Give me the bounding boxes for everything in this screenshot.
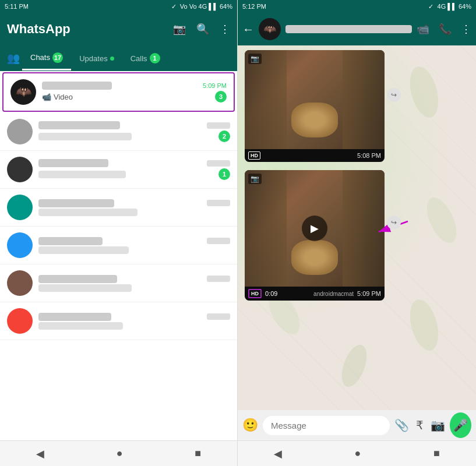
video-call-icon[interactable]: 📹: [417, 23, 429, 36]
name-5: [38, 237, 103, 245]
message-2: 📷 ▶ HD 0:09 androidmacmat 5:09 PM: [245, 170, 385, 301]
chat-header-actions: 📹 📞 ⋮: [417, 23, 471, 36]
bottom-row-3: 1: [38, 168, 230, 180]
recents-nav-right[interactable]: ■: [433, 447, 440, 460]
preview-7: [38, 322, 123, 330]
video-duration: 0:09: [265, 290, 277, 297]
curtain-left-1: [245, 50, 287, 149]
updates-dot: [110, 57, 114, 61]
tabs-bar: 👥 Chats 17 Updates Calls 1: [0, 45, 237, 71]
tab-chats[interactable]: Chats 17: [22, 47, 71, 70]
video-message-2[interactable]: 📷 ▶ HD 0:09 androidmacmat 5:09 PM: [245, 170, 385, 301]
batman-preview-text: Video: [54, 93, 73, 101]
dog-image-1: [291, 103, 338, 137]
chat-list: 5:09 PM 📹 Video 3: [0, 71, 237, 440]
back-nav-right[interactable]: ◀: [274, 447, 282, 460]
chat-item-2[interactable]: 2: [0, 113, 237, 151]
tab-updates-label: Updates: [79, 54, 107, 63]
recents-nav-left[interactable]: ■: [195, 447, 201, 460]
video-time-1: 5:08 PM: [357, 152, 381, 159]
batman-time: 5:09 PM: [203, 82, 227, 89]
curtain-left-2: [245, 170, 287, 287]
top-row-4: [38, 199, 230, 207]
messages-area: 📷 HD 5:08 PM ↪ 📷 ▶: [238, 45, 476, 410]
batman-avatar: [10, 79, 36, 105]
name-2: [38, 121, 120, 129]
chat-item-batman[interactable]: 5:09 PM 📹 Video 3: [2, 72, 235, 112]
input-bar: 🙂 📎 ₹ 📷 🎤: [238, 410, 476, 440]
left-status-bar: 5:11 PM ✓ Vo Vo 4G ▌▌ 64%: [0, 0, 237, 13]
more-header-icon[interactable]: ⋮: [220, 23, 230, 36]
chat-header-avatar: 🦇: [259, 18, 281, 40]
chat-content-3: 1: [38, 159, 230, 180]
voice-call-icon[interactable]: 📞: [439, 23, 452, 36]
tab-updates[interactable]: Updates: [71, 48, 122, 69]
left-nav-bar: ◀ ● ■: [0, 440, 237, 466]
emoji-button[interactable]: 🙂: [242, 418, 258, 433]
back-button[interactable]: ←: [242, 23, 254, 36]
camera-header-icon[interactable]: 📷: [173, 23, 186, 36]
avatar-3: [7, 157, 33, 182]
mic-icon: 🎤: [453, 418, 468, 432]
dog-image-2: [291, 240, 338, 275]
chat-item-6[interactable]: [0, 264, 237, 302]
forward-icon-2[interactable]: ↪: [387, 216, 401, 230]
home-nav-left[interactable]: ●: [117, 447, 123, 460]
avatar-6: [7, 270, 33, 296]
bottom-row-4: [38, 209, 230, 216]
camera-input-icon[interactable]: 📷: [431, 418, 445, 432]
avatar-5: [7, 232, 33, 258]
unread-2: 2: [218, 130, 230, 142]
chat-content-6: [38, 275, 230, 292]
chat-item-4[interactable]: [0, 189, 237, 227]
app-title: WhatsApp: [7, 22, 70, 37]
right-status-icons: ✓ 4G ▌▌ 64%: [428, 3, 471, 10]
hd-badge-2: HD: [248, 289, 262, 298]
preview-6: [38, 284, 132, 292]
chat-header: ← 🦇 📹 📞 ⋮: [238, 13, 476, 45]
hd-badge-1: HD: [248, 151, 260, 160]
top-row-2: [38, 121, 230, 129]
time-6: [207, 276, 230, 282]
play-button[interactable]: ▶: [302, 216, 327, 241]
chat-item-7[interactable]: [0, 302, 237, 340]
chat-content-4: [38, 199, 230, 216]
time-5: [207, 238, 230, 244]
forward-icon-1[interactable]: ↪: [387, 88, 401, 102]
attachment-icon[interactable]: 📎: [394, 418, 409, 432]
input-icons: 📎 ₹ 📷: [394, 418, 445, 432]
chat-content-5: [38, 237, 230, 254]
video-sender: androidmacmat: [281, 291, 354, 297]
batman-name: [42, 82, 112, 90]
video-message-1[interactable]: 📷 HD 5:08 PM: [245, 50, 385, 162]
preview-5: [38, 246, 129, 254]
video-thumb-1: 📷: [245, 50, 385, 149]
back-nav-left[interactable]: ◀: [36, 447, 44, 460]
camera-overlay-1: 📷: [248, 54, 262, 64]
search-header-icon[interactable]: 🔍: [196, 23, 209, 36]
chat-content-2: 2: [38, 121, 230, 142]
right-nav-bar: ◀ ● ■: [238, 440, 476, 466]
tab-calls-label: Calls: [131, 54, 147, 63]
rupee-icon[interactable]: ₹: [416, 418, 424, 432]
more-chat-icon[interactable]: ⋮: [461, 23, 471, 36]
curtain-right-1: [343, 50, 385, 149]
right-status-bar: 5:12 PM ✓ 4G ▌▌ 64%: [238, 0, 476, 13]
bottom-row-5: [38, 246, 230, 254]
video-info-bar-2: HD 0:09 androidmacmat 5:09 PM: [245, 287, 385, 301]
name-3: [38, 159, 108, 167]
home-nav-right[interactable]: ●: [355, 447, 361, 460]
chat-item-5[interactable]: [0, 227, 237, 264]
video-time-2: 5:09 PM: [357, 290, 381, 297]
message-input[interactable]: [263, 416, 390, 435]
right-time: 5:12 PM: [242, 3, 266, 10]
batman-chat-content: 5:09 PM 📹 Video 3: [42, 82, 227, 103]
mic-button[interactable]: 🎤: [450, 412, 471, 438]
tab-calls[interactable]: Calls 1: [122, 47, 168, 69]
preview-2: [38, 133, 132, 140]
top-row-5: [38, 237, 230, 245]
batman-unread: 3: [215, 91, 227, 103]
chat-content-7: [38, 313, 230, 330]
time-2: [207, 122, 230, 129]
chat-item-3[interactable]: 1: [0, 151, 237, 189]
